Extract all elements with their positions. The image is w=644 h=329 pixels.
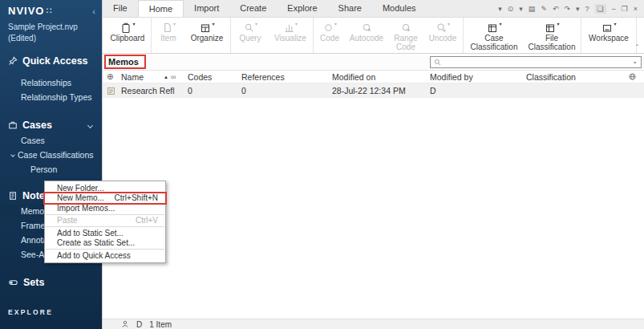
restore-icon[interactable]: ❐: [622, 5, 628, 13]
main-area: File Home Import Create Explore Share Mo…: [102, 0, 644, 329]
sidebar-item-person[interactable]: Person: [0, 162, 102, 177]
help-icon[interactable]: ?: [585, 5, 589, 13]
menu-item-paste: Paste Ctrl+V: [45, 216, 165, 226]
dropdown-icon: ▾: [334, 22, 337, 26]
explore-section-label: EXPLORE: [0, 305, 102, 319]
menu-item-new-memo[interactable]: New Memo... Ctrl+Shift+N: [45, 193, 165, 204]
menu-item-create-as-static-set[interactable]: Create as Static Set...: [45, 238, 165, 249]
range-code-button: Range Code: [388, 18, 423, 53]
sort-ascending-icon[interactable]: ▲: [164, 75, 168, 79]
workspace-button[interactable]: ▾ Workspace: [582, 18, 635, 53]
autocode-icon: [362, 22, 372, 33]
comment-icon[interactable]: ❏: [595, 4, 606, 14]
sidebar-item-relationships[interactable]: Relationships: [0, 75, 102, 90]
dropdown-icon[interactable]: ▾: [519, 5, 523, 13]
ribbon-collapse-icon[interactable]: ˆ: [636, 43, 638, 51]
dropdown-icon: ▾: [557, 22, 559, 26]
column-header-references[interactable]: References: [241, 72, 332, 82]
dropdown-icon: ▾: [255, 22, 257, 26]
ribbon-group-clipboard: ▾ Clipboard: [104, 18, 152, 53]
dropdown-icon[interactable]: ▾: [498, 5, 502, 13]
dropdown-icon: ▾: [132, 22, 135, 26]
visualize-button: ▾ Visualize: [269, 18, 312, 53]
sidebar-section-label: Quick Access: [22, 55, 88, 67]
uncode-icon: [436, 22, 447, 33]
pin-icon: [8, 56, 18, 66]
code-circle-icon: [323, 22, 334, 33]
close-icon[interactable]: ×: [634, 5, 638, 13]
bar-chart-icon: [284, 22, 294, 33]
search-icon: [244, 22, 254, 33]
sidebar-item-cases[interactable]: Cases: [0, 133, 102, 148]
classification-sheet-icon: [545, 22, 556, 34]
status-user: D: [136, 320, 142, 329]
window-controls: ▾ ⊙ ▾ ▤ ✎ ↶ ↷ ▾ ? ❏ – ❐ ×: [498, 0, 644, 17]
table-row[interactable]: Research Refl 0 0 28-Jul-22 12:34 PM D: [103, 83, 644, 98]
tab-explore[interactable]: Explore: [277, 0, 327, 17]
menu-item-add-to-static-set[interactable]: Add to Static Set...: [45, 228, 165, 238]
globe-filter-icon[interactable]: [628, 72, 637, 81]
chevron-down-icon[interactable]: ⌄: [632, 59, 638, 65]
file-classification-button[interactable]: ▾ File Classification: [524, 18, 580, 53]
notes-icon: [8, 191, 18, 201]
dropdown-icon: ▾: [448, 22, 450, 26]
user-icon[interactable]: ⊙: [508, 5, 514, 13]
row-name[interactable]: Research Refl: [121, 86, 164, 95]
dropdown-icon: ▾: [499, 22, 501, 26]
menu-separator: [46, 214, 164, 215]
search-input[interactable]: [444, 58, 630, 66]
range-code-icon: [401, 22, 411, 33]
case-classification-button[interactable]: ▾ Case Classification: [464, 18, 524, 53]
item-button: ▾ Item: [152, 18, 184, 53]
column-header-modified-by[interactable]: Modified by: [430, 72, 526, 82]
sidebar-logo-row: NVIVO ∷ ‹: [0, 0, 102, 17]
tab-share[interactable]: Share: [328, 0, 372, 17]
sidebar-collapse-icon[interactable]: ‹: [92, 6, 95, 16]
menu-item-import-memos[interactable]: Import Memos...: [45, 203, 165, 213]
sidebar-section-sets[interactable]: Sets: [0, 274, 102, 290]
page-icon: [162, 22, 172, 33]
tab-create[interactable]: Create: [229, 0, 277, 17]
row-modified-on: 28-Jul-22 12:34 PM: [332, 86, 430, 95]
clipboard-button[interactable]: ▾ Clipboard: [105, 18, 150, 53]
search-box[interactable]: ⌄: [430, 56, 642, 68]
menu-separator: [46, 226, 164, 227]
chevron-down-icon[interactable]: [87, 122, 93, 128]
column-header-modified-on[interactable]: Modified on: [332, 72, 430, 82]
classification-sheet-icon: [487, 22, 498, 34]
sidebar-item-relationship-types[interactable]: Relationship Types: [0, 90, 102, 104]
ribbon-tab-bar: File Home Import Create Explore Share Mo…: [103, 0, 644, 18]
sidebar-item-case-classifications[interactable]: Case Classifications: [0, 148, 102, 162]
list-title-row: Memos ⌄: [103, 54, 644, 71]
column-header-classification[interactable]: Classification: [526, 72, 626, 82]
sidebar: NVIVO ∷ ‹ Sample Project.nvp (Edited) Qu…: [0, 0, 102, 329]
menu-item-add-to-quick-access[interactable]: Add to Quick Access: [45, 250, 165, 261]
nvivo-logo: NVIVO: [8, 5, 44, 17]
edit-icon[interactable]: ✎: [541, 5, 547, 13]
tab-modules[interactable]: Modules: [372, 0, 427, 17]
undo-icon[interactable]: ↶: [553, 5, 559, 13]
status-item-count: 1 Item: [149, 320, 172, 329]
organize-button[interactable]: ▾ Organize: [184, 18, 229, 53]
dropdown-icon: ▾: [295, 22, 298, 26]
code-button: ▾ Code: [314, 18, 345, 53]
column-header-name[interactable]: Name: [121, 72, 164, 82]
minimize-icon[interactable]: –: [612, 5, 616, 13]
redo-icon[interactable]: ↷: [564, 5, 570, 13]
column-header-codes[interactable]: Codes: [188, 72, 241, 82]
expand-all-icon[interactable]: ⊕: [107, 72, 121, 81]
sets-toggle-icon: [8, 278, 18, 287]
dropdown-icon[interactable]: ▾: [576, 5, 580, 13]
list-header-row: ⊕ Name ▲ ∞ Codes References Modified on …: [103, 71, 644, 83]
link-icon[interactable]: ∞: [171, 73, 176, 81]
tab-file[interactable]: File: [103, 0, 138, 17]
row-references: 0: [241, 86, 332, 95]
sidebar-section-quick-access[interactable]: Quick Access: [0, 53, 102, 69]
ribbon-group-coding: ▾ Code Autocode Range Code ▾ Uncode: [314, 18, 464, 53]
workspace-icon: [601, 22, 613, 34]
save-icon[interactable]: ▤: [529, 5, 536, 13]
tab-home[interactable]: Home: [138, 0, 184, 17]
menu-item-new-folder[interactable]: New Folder...: [45, 183, 165, 193]
sidebar-section-cases[interactable]: Cases: [0, 117, 102, 133]
tab-import[interactable]: Import: [184, 0, 229, 17]
